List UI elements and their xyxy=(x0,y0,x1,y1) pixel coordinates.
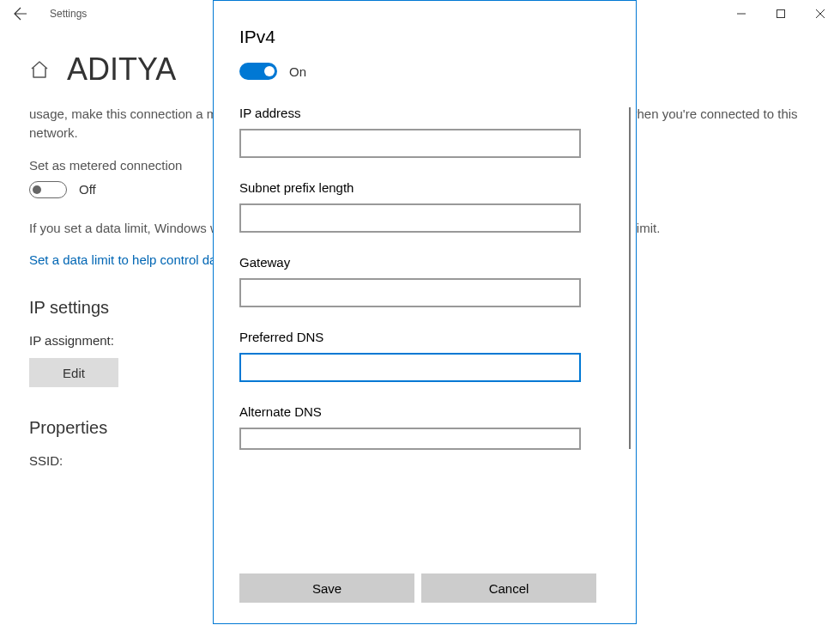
ip-address-input[interactable] xyxy=(239,129,581,158)
subnet-input[interactable] xyxy=(239,203,581,233)
close-button[interactable] xyxy=(801,0,840,27)
dialog-title: IPv4 xyxy=(239,27,610,47)
back-arrow-icon xyxy=(14,7,27,21)
toggle-knob xyxy=(264,66,275,76)
save-button[interactable]: Save xyxy=(239,573,414,603)
ipv4-toggle[interactable] xyxy=(239,63,277,80)
svg-rect-1 xyxy=(777,10,785,18)
cancel-button[interactable]: Cancel xyxy=(421,573,596,603)
alternate-dns-label: Alternate DNS xyxy=(239,404,610,419)
edit-button[interactable]: Edit xyxy=(29,358,118,387)
minimize-icon xyxy=(737,9,746,18)
toggle-knob xyxy=(33,185,41,194)
close-icon xyxy=(816,9,825,18)
metered-toggle[interactable] xyxy=(29,181,67,198)
maximize-button[interactable] xyxy=(761,0,801,27)
minimize-button[interactable] xyxy=(722,0,761,27)
back-button[interactable] xyxy=(0,0,41,27)
home-icon xyxy=(29,59,50,80)
titlebar-title: Settings xyxy=(50,8,87,20)
preferred-dns-label: Preferred DNS xyxy=(239,330,610,344)
ipv4-dialog: IPv4 On IP address Subnet prefix length … xyxy=(213,0,637,624)
gateway-input[interactable] xyxy=(239,278,581,307)
scrollbar[interactable] xyxy=(629,107,631,449)
subnet-label: Subnet prefix length xyxy=(239,180,610,195)
gateway-label: Gateway xyxy=(239,255,610,270)
ip-address-label: IP address xyxy=(239,106,610,120)
page-title: ADITYA xyxy=(67,52,176,88)
ipv4-toggle-state: On xyxy=(289,64,306,79)
metered-toggle-state: Off xyxy=(79,182,96,197)
preferred-dns-input[interactable] xyxy=(239,353,581,382)
maximize-icon xyxy=(777,9,785,18)
alternate-dns-input[interactable] xyxy=(239,428,581,450)
